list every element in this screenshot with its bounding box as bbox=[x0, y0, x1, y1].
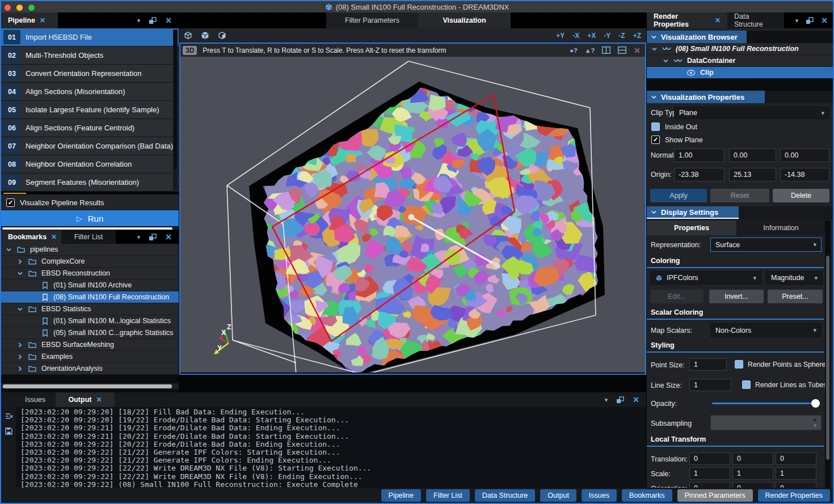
display-settings-header[interactable]: Display Settings bbox=[647, 206, 739, 219]
tree-item-folder[interactable]: ComplexCore bbox=[1, 256, 179, 268]
float-panel-icon[interactable] bbox=[149, 17, 157, 24]
tab-pipeline[interactable]: Pipeline ✕ bbox=[1, 12, 58, 28]
translation-y-field[interactable]: 0 bbox=[732, 452, 773, 465]
lines-as-tubes-checkbox[interactable] bbox=[742, 380, 751, 389]
orientation-x-field[interactable]: 0 bbox=[689, 482, 730, 488]
origin-x-field[interactable]: -23.38 bbox=[674, 168, 725, 181]
spinner-down-icon[interactable]: ▼ bbox=[812, 423, 818, 429]
view-minus-x-button[interactable]: -X bbox=[572, 32, 579, 40]
delete-button[interactable]: Delete bbox=[773, 189, 829, 202]
cube-corner-icon[interactable] bbox=[217, 31, 227, 40]
point-size-field[interactable]: 1 bbox=[689, 358, 727, 371]
scale-y-field[interactable]: 1 bbox=[732, 467, 773, 480]
visualize-results-checkbox[interactable]: ✓ bbox=[6, 198, 15, 207]
cube-solid-icon[interactable] bbox=[200, 31, 210, 40]
tab-visualization[interactable]: Visualization bbox=[418, 12, 511, 28]
toggle-render-properties-button[interactable]: Render Properties bbox=[758, 489, 830, 502]
view-plus-z-button[interactable]: +Z bbox=[633, 32, 641, 40]
pipeline-item[interactable]: 06Align Sections (Feature Centroid) bbox=[1, 119, 179, 137]
close-tab-icon[interactable]: ✕ bbox=[715, 16, 721, 24]
preset-colormap-button[interactable]: Preset... bbox=[768, 290, 823, 303]
edit-colormap-button[interactable]: Edit... bbox=[650, 290, 704, 303]
close-view-icon[interactable]: ✕ bbox=[634, 46, 641, 55]
normal-z-field[interactable]: 0.00 bbox=[780, 149, 829, 162]
toggle-data-structure-button[interactable]: Data Structure bbox=[475, 489, 536, 502]
apply-button[interactable]: Apply bbox=[650, 189, 707, 202]
tab-filter-list[interactable]: Filter List bbox=[61, 230, 116, 244]
line-size-field[interactable]: 1 bbox=[689, 379, 731, 391]
tree-item-folder[interactable]: pipelines bbox=[1, 244, 179, 256]
view-minus-z-button[interactable]: -Z bbox=[618, 32, 625, 40]
pipeline-item[interactable]: 02Multi-Threshold Objects bbox=[1, 46, 179, 65]
pipeline-item[interactable]: 07Neighbor Orientation Comparison (Bad D… bbox=[1, 137, 179, 155]
reset-button[interactable]: Reset bbox=[710, 189, 769, 202]
pipeline-scrollbar[interactable] bbox=[173, 29, 178, 190]
chevron-down-icon[interactable] bbox=[651, 46, 658, 52]
pipeline-item[interactable]: 05Isolate Largest Feature (Identify Samp… bbox=[1, 101, 179, 119]
render-view-3d[interactable]: Z X Y bbox=[180, 57, 645, 372]
spinner-up-icon[interactable]: ▲ bbox=[812, 417, 818, 422]
clip-type-dropdown[interactable]: Plane ▾ bbox=[674, 107, 829, 119]
tree-item-bookmark[interactable]: (01) Small IN100 M...logical Statistics bbox=[1, 315, 179, 327]
origin-y-field[interactable]: 25.13 bbox=[729, 168, 776, 181]
minimize-window-button[interactable] bbox=[16, 5, 23, 11]
run-button[interactable]: ▷ Run bbox=[1, 210, 179, 226]
tab-bookmarks[interactable]: Bookmarks ✕ bbox=[1, 230, 61, 244]
tree-item-folder[interactable]: OrientationAnalysis bbox=[1, 363, 179, 375]
translation-z-field[interactable]: 0 bbox=[776, 452, 816, 465]
close-tab-icon[interactable]: ✕ bbox=[96, 396, 102, 404]
tree-item-folder[interactable]: Examples bbox=[1, 351, 179, 363]
split-vertical-icon[interactable] bbox=[602, 46, 610, 54]
color-array-dropdown[interactable]: IPFColors ▾ bbox=[650, 271, 761, 285]
point-help-icon[interactable]: ●? bbox=[570, 47, 577, 54]
clear-output-icon[interactable] bbox=[5, 412, 13, 420]
view-plus-y-button[interactable]: +Y bbox=[556, 32, 565, 40]
toggle-filter-list-button[interactable]: Filter List bbox=[426, 489, 470, 502]
chevron-right-icon[interactable] bbox=[17, 342, 23, 348]
toggle-pipeline-button[interactable]: Pipeline bbox=[381, 489, 421, 502]
map-scalars-dropdown[interactable]: Non-Colors ▾ bbox=[710, 323, 822, 337]
close-tab-icon[interactable]: ✕ bbox=[40, 16, 45, 24]
visualization-browser-header[interactable]: Visualization Browser bbox=[647, 31, 747, 43]
points-as-spheres-checkbox[interactable] bbox=[735, 360, 743, 369]
pipeline-item[interactable]: 04Align Sections (Misorientation) bbox=[1, 83, 179, 101]
close-panel-icon[interactable]: ✕ bbox=[821, 16, 828, 25]
tree-item-bookmark[interactable]: (05) Small IN100 C...graphic Statistics bbox=[1, 327, 179, 339]
orientation-y-field[interactable]: 0 bbox=[732, 482, 773, 488]
browser-item-pipeline[interactable]: (08) Small IN100 Full Reconstruction bbox=[647, 43, 833, 55]
tab-render-properties[interactable]: Render Properties ✕ bbox=[647, 12, 727, 28]
toggle-pinned-parameters-button[interactable]: Pinned Parameters bbox=[677, 489, 753, 502]
subsampling-spinner[interactable]: ▲ ▼ bbox=[710, 415, 822, 430]
invert-colormap-button[interactable]: Invert... bbox=[709, 290, 764, 303]
right-panel-scrollbar[interactable] bbox=[825, 221, 831, 488]
close-window-button[interactable] bbox=[5, 5, 11, 11]
chevron-down-icon[interactable] bbox=[17, 306, 23, 312]
float-panel-icon[interactable] bbox=[806, 17, 814, 24]
visualization-properties-header[interactable]: Visualization Properties bbox=[647, 91, 765, 103]
close-tab-icon[interactable]: ✕ bbox=[51, 233, 57, 241]
bookmarks-hscrollbar[interactable] bbox=[1, 383, 179, 389]
chevron-right-icon[interactable] bbox=[17, 354, 23, 360]
split-horizontal-icon[interactable] bbox=[618, 46, 626, 54]
float-panel-icon[interactable] bbox=[616, 396, 624, 404]
pipeline-item[interactable]: 01Import H5EBSD File bbox=[1, 28, 179, 46]
chevron-right-icon[interactable] bbox=[17, 366, 23, 372]
toggle-issues-button[interactable]: Issues bbox=[582, 489, 617, 502]
component-dropdown[interactable]: Magnitude ▾ bbox=[766, 271, 823, 285]
save-output-icon[interactable] bbox=[5, 427, 12, 435]
close-panel-icon[interactable]: ✕ bbox=[633, 395, 639, 404]
tree-item-bookmark[interactable]: (08) Small IN100 Full Reconstruction bbox=[1, 291, 179, 303]
tab-properties[interactable]: Properties bbox=[647, 221, 736, 235]
orientation-z-field[interactable]: 0 bbox=[776, 482, 816, 488]
representation-dropdown[interactable]: Surface ▾ bbox=[710, 238, 822, 252]
scale-x-field[interactable]: 1 bbox=[689, 467, 730, 480]
panel-menu-caret-icon[interactable]: ▾ bbox=[137, 17, 141, 24]
eye-icon[interactable] bbox=[686, 70, 696, 76]
panel-menu-caret-icon[interactable]: ▾ bbox=[137, 234, 141, 241]
origin-z-field[interactable]: -14.38 bbox=[780, 168, 829, 181]
opacity-slider-handle[interactable] bbox=[811, 399, 820, 408]
toggle-output-button[interactable]: Output bbox=[540, 489, 576, 502]
tab-filter-parameters[interactable]: Filter Parameters bbox=[326, 12, 418, 28]
chevron-down-icon[interactable] bbox=[663, 58, 669, 64]
close-panel-icon[interactable]: ✕ bbox=[165, 232, 172, 242]
